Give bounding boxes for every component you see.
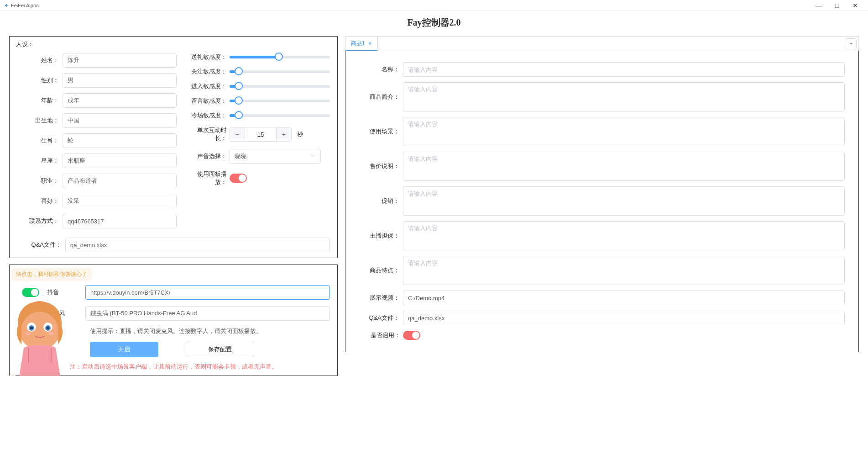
svg-point-3 — [30, 327, 33, 329]
follow-slider[interactable] — [230, 70, 330, 73]
voice-label: 声音选择： — [186, 152, 230, 160]
comment-slider[interactable] — [230, 100, 330, 102]
interaction-input[interactable] — [245, 127, 277, 141]
birthplace-label: 出生地： — [17, 116, 63, 125]
mic-device-input[interactable] — [85, 306, 330, 321]
product-desc-label: 商品简介： — [359, 93, 403, 101]
hobby-input[interactable] — [63, 194, 177, 208]
tab-add-button[interactable]: + — [846, 38, 857, 49]
product-price-input[interactable] — [403, 152, 845, 181]
tab-close-icon[interactable]: ✕ — [368, 41, 372, 47]
save-config-button[interactable]: 保存配置 — [186, 342, 254, 357]
product-guarantee-label: 主播担保： — [359, 232, 403, 240]
window-title: FeiFei Alpha — [11, 3, 39, 8]
constellation-input[interactable] — [63, 153, 177, 168]
birthplace-input[interactable] — [63, 113, 177, 128]
interaction-label: 单次互动时长： — [186, 126, 230, 143]
join-slider-label: 进入敏感度： — [186, 82, 230, 90]
name-label: 姓名： — [17, 56, 63, 64]
minimize-button[interactable]: — — [810, 2, 828, 9]
job-label: 职业： — [17, 177, 63, 185]
svg-rect-10 — [7, 376, 16, 376]
gender-label: 性别： — [17, 76, 63, 85]
job-input[interactable] — [63, 174, 177, 188]
product-video-input[interactable] — [403, 291, 845, 305]
persona-panel-title: 人设： — [14, 40, 36, 48]
panel-play-label: 使用面板播放： — [186, 170, 230, 186]
interaction-stepper: − + — [230, 127, 292, 142]
product-desc-input[interactable] — [403, 82, 845, 111]
start-button[interactable]: 开启 — [90, 342, 158, 357]
persona-panel: 人设： 姓名： 性别： 年龄： 出生地： 生肖： 星座： 职业： 喜好： 联系方… — [9, 36, 338, 258]
follow-slider-label: 关注敏感度： — [186, 68, 230, 76]
hobby-label: 喜好： — [17, 197, 63, 205]
maximize-button[interactable]: □ — [828, 2, 846, 9]
qa-file-input[interactable] — [65, 238, 330, 252]
product-feature-input[interactable] — [403, 256, 845, 285]
product-panel: 名称： 商品简介： 使用场景： 售价说明： 促销： 主播担保： 商品特点： 展示… — [345, 51, 859, 352]
interaction-unit: 秒 — [297, 130, 303, 138]
age-input[interactable] — [63, 93, 177, 108]
gift-slider[interactable] — [230, 56, 330, 58]
chevron-down-icon: ﹀ — [310, 153, 316, 160]
stepper-decrease-button[interactable]: − — [230, 127, 245, 141]
avatar-image[interactable] — [3, 294, 76, 376]
product-name-input[interactable] — [403, 62, 845, 77]
product-qa-label: Q&A文件： — [359, 314, 403, 322]
gift-slider-label: 送礼敏感度： — [186, 53, 230, 61]
zodiac-input[interactable] — [63, 133, 177, 148]
product-enable-switch[interactable] — [403, 331, 420, 340]
product-promo-label: 促销： — [359, 197, 403, 205]
panel-play-switch[interactable] — [230, 174, 247, 183]
app-logo-icon: ✦ — [4, 2, 9, 9]
page-title: Fay控制器2.0 — [0, 11, 868, 36]
age-label: 年龄： — [17, 96, 63, 105]
idle-slider-label: 冷场敏感度： — [186, 111, 230, 120]
product-qa-input[interactable] — [403, 311, 845, 325]
gender-input[interactable] — [63, 73, 177, 88]
svg-point-6 — [47, 327, 49, 329]
voice-select[interactable]: 晓晓﹀ — [230, 149, 321, 164]
name-input[interactable] — [63, 53, 177, 68]
idle-slider[interactable] — [230, 114, 330, 117]
close-button[interactable]: ✕ — [846, 2, 864, 9]
live-panel: 快点击，我可以和你谈谈心了 抖音 麦克风 消 息 使用提示：直播，请关闭麦克风。… — [9, 265, 338, 376]
contact-input[interactable] — [63, 214, 177, 228]
product-name-label: 名称： — [359, 65, 403, 74]
douyin-url-input[interactable] — [85, 285, 330, 300]
product-guarantee-input[interactable] — [403, 221, 845, 250]
product-feature-label: 商品特点： — [359, 266, 403, 275]
product-promo-input[interactable] — [403, 186, 845, 216]
product-scene-label: 使用场景： — [359, 127, 403, 136]
contact-label: 联系方式： — [17, 217, 63, 225]
constellation-label: 星座： — [17, 157, 63, 165]
titlebar: ✦ FeiFei Alpha — □ ✕ — [0, 0, 868, 11]
join-slider[interactable] — [230, 85, 330, 88]
svg-point-7 — [26, 332, 31, 335]
qa-file-label: Q&A文件： — [17, 241, 65, 249]
product-price-label: 售价说明： — [359, 162, 403, 170]
zodiac-label: 生肖： — [17, 137, 63, 145]
comment-slider-label: 留言敏感度： — [186, 97, 230, 105]
product-scene-input[interactable] — [403, 117, 845, 146]
stepper-increase-button[interactable]: + — [277, 127, 291, 141]
tab-product-1[interactable]: 商品1 ✕ — [345, 37, 378, 51]
product-video-label: 展示视频： — [359, 294, 403, 302]
msg-hint: 使用提示：直播，请关闭麦克风。连接数字人，请关闭面板播放。 — [85, 327, 330, 335]
svg-point-8 — [48, 332, 54, 335]
avatar-tooltip: 快点击，我可以和你谈谈心了 — [11, 268, 92, 281]
product-tabs: 商品1 ✕ + — [345, 36, 859, 51]
product-enable-label: 是否启用： — [359, 331, 403, 339]
